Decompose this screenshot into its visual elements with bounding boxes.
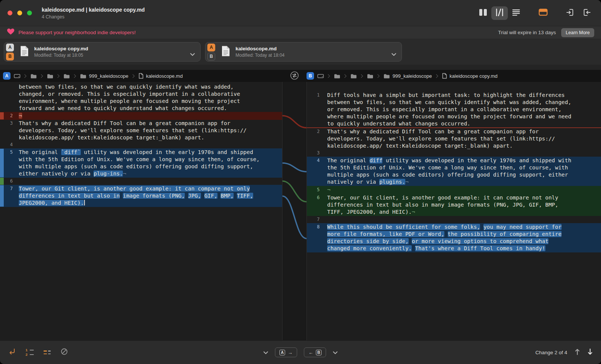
line-number: 4 xyxy=(307,157,323,186)
two-up-view-icon xyxy=(479,9,488,18)
chevron-down-icon[interactable] xyxy=(190,51,195,57)
file-selector-right[interactable]: A B kaleidoscope.md Modified: Today at 1… xyxy=(205,42,402,62)
line-text xyxy=(15,141,22,148)
trial-expiry-text: Trial will expire in 13 days xyxy=(498,30,556,35)
folder-crumb[interactable] xyxy=(47,74,53,79)
file-crumb[interactable]: kaleidoscope copy.md xyxy=(442,73,498,79)
line-text: between two files, so that we can quickl… xyxy=(15,83,240,112)
unified-view-icon xyxy=(512,9,520,17)
banner-message: Please support your neighborhood indie d… xyxy=(18,30,136,35)
file-selector-left[interactable]: A B kaleidoscope copy.md Modified: Today… xyxy=(4,42,201,62)
line-text: ¬ xyxy=(15,112,22,119)
two-up-view-button[interactable] xyxy=(475,6,491,20)
line-number: 7 xyxy=(4,185,15,207)
diff-pane-b[interactable]: 1Diff tools have a simple but important … xyxy=(307,82,601,340)
line-numbers-button[interactable]: 1 2 xyxy=(26,349,34,356)
diff-row[interactable]: 2That's why a dedicated Diff Tool can be… xyxy=(307,128,601,150)
window-title-block: kaleidoscope.md | kaleidoscope copy.md 4… xyxy=(42,7,145,20)
line-number: 6 xyxy=(307,194,323,216)
next-change-button[interactable] xyxy=(587,348,593,357)
change-edge-strip xyxy=(0,149,4,177)
line-text: ¬ xyxy=(323,186,331,193)
line-text: That's why a dedicated Diff Tool can be … xyxy=(323,128,555,150)
line-text: Tower, our Git client, is another good e… xyxy=(323,194,558,216)
diff-row[interactable]: 7Tower, our Git client, is another good … xyxy=(0,185,282,207)
folder-crumb[interactable] xyxy=(367,74,373,79)
diff-row[interactable]: between two files, so that we can quickl… xyxy=(0,83,282,112)
changes-count: 4 Changes xyxy=(42,14,145,20)
diff-row[interactable]: 8While this should be sufficient for som… xyxy=(307,223,601,252)
line-text: Tower, our Git client, is another good e… xyxy=(15,185,253,207)
line-number xyxy=(4,83,15,112)
diff-row[interactable]: 5The original `diff` utility was develop… xyxy=(0,148,282,178)
chevron-down-icon[interactable] xyxy=(391,51,396,57)
document-icon xyxy=(20,45,29,58)
arrow-right-glyph: → xyxy=(288,350,293,355)
heart-icon xyxy=(7,28,15,37)
titlebar: kaleidoscope.md | kaleidoscope copy.md 4… xyxy=(0,0,601,26)
line-text: That's why a dedicated Diff Tool can be … xyxy=(15,120,246,141)
copy-a-to-b-button[interactable]: A → xyxy=(275,347,297,357)
diff-row[interactable]: 5¬ xyxy=(307,186,601,194)
copy-b-to-a-button[interactable]: ← B xyxy=(304,347,326,357)
folder-crumb[interactable] xyxy=(63,74,70,79)
diff-row[interactable]: 6 xyxy=(0,178,282,185)
diff-row[interactable]: 2¬ xyxy=(0,112,282,120)
folder-crumb-named[interactable]: 999_kaleidoscope xyxy=(80,73,128,79)
load-file-a-button[interactable] xyxy=(562,6,578,20)
diff-row[interactable]: 1Diff tools have a simple but important … xyxy=(307,92,601,127)
fluid-view-icon xyxy=(495,9,504,18)
bottom-toolbar: 1 2 A → ← B xyxy=(0,340,601,364)
side-a-badge: A xyxy=(3,72,11,80)
badge-b: B xyxy=(207,53,215,60)
line-number: 6 xyxy=(4,178,15,185)
folder-crumb[interactable] xyxy=(30,74,37,79)
folder-crumb[interactable] xyxy=(350,74,357,79)
load-file-b-button[interactable] xyxy=(578,6,595,20)
diff-row[interactable]: 4 xyxy=(0,141,282,148)
copy-a-options-chevron[interactable] xyxy=(263,349,268,356)
line-text: The original `diff` utility was develope… xyxy=(15,149,260,177)
drive-crumb[interactable] xyxy=(317,74,324,79)
kaleidoscope-window: kaleidoscope.md | kaleidoscope copy.md 4… xyxy=(0,0,601,364)
fluid-view-button[interactable] xyxy=(491,6,508,20)
drive-crumb[interactable] xyxy=(14,74,20,79)
ignore-whitespace-button[interactable] xyxy=(60,348,68,357)
file-name: kaleidoscope copy.md xyxy=(34,46,88,51)
line-text: While this should be sufficient for some… xyxy=(323,224,562,252)
minimize-button[interactable] xyxy=(17,11,22,15)
reveal-banner-button[interactable] xyxy=(535,6,551,20)
ab-badge-column: A B xyxy=(6,44,14,60)
copy-b-options-chevron[interactable] xyxy=(333,349,338,356)
changes-list-button[interactable] xyxy=(44,350,51,354)
diff-row[interactable]: 7 xyxy=(307,216,601,223)
diff-row[interactable]: 6Tower, our Git client, is another good … xyxy=(307,194,601,216)
banner-window-icon xyxy=(539,9,548,17)
text-caret xyxy=(84,200,85,205)
file-crumb[interactable]: kaleidoscope.md xyxy=(139,73,183,79)
badge-a: A xyxy=(207,44,215,51)
diff-row[interactable]: 3 xyxy=(307,150,601,157)
connector-curves xyxy=(282,82,307,340)
zoom-button[interactable] xyxy=(27,11,32,15)
chevron-separator xyxy=(326,74,330,78)
file-name: kaleidoscope.md xyxy=(146,73,183,79)
titlebar-toolbar xyxy=(475,0,595,26)
arrow-left-glyph: ← xyxy=(308,350,313,355)
chevron-separator xyxy=(39,74,43,78)
diff-row[interactable]: 4The original diff utility was developed… xyxy=(307,157,601,186)
folder-crumb[interactable] xyxy=(334,74,340,79)
ab-badge-column: A B xyxy=(207,44,215,60)
chevron-separator xyxy=(434,74,438,78)
previous-change-button[interactable] xyxy=(575,348,580,357)
wrap-lines-button[interactable] xyxy=(8,348,16,357)
diff-pane-a[interactable]: between two files, so that we can quickl… xyxy=(0,82,282,340)
folder-crumb-named[interactable]: 999_kaleidoscope xyxy=(384,73,432,79)
swap-files-button[interactable] xyxy=(290,71,299,81)
breadcrumb-a: A 999_kaleidoscope kaleidoscope.md xyxy=(0,72,282,80)
learn-more-button[interactable]: Learn More xyxy=(561,28,594,37)
shelf-divider-strip xyxy=(0,65,601,70)
close-button[interactable] xyxy=(8,11,12,15)
diff-row[interactable]: 3That's why a dedicated Diff Tool can be… xyxy=(0,120,282,141)
unified-view-button[interactable] xyxy=(508,6,524,20)
